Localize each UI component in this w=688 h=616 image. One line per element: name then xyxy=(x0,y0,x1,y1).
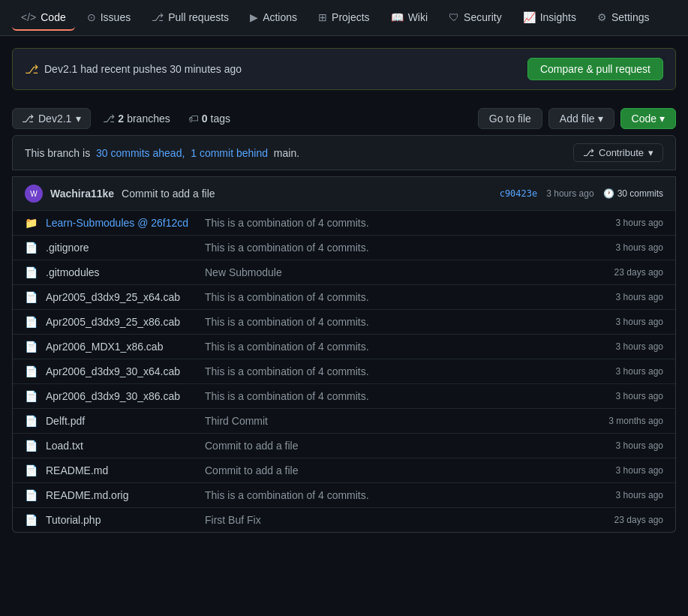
file-commit-message: Third Commit xyxy=(205,415,579,427)
code-icon: </> xyxy=(21,11,36,23)
file-icon: 📄 xyxy=(25,440,37,452)
branch-info-text: This branch is 30 commits ahead, 1 commi… xyxy=(25,147,299,159)
file-time: 3 hours ago xyxy=(588,465,663,476)
file-commit-message: This is a combination of 4 commits. xyxy=(205,242,579,254)
table-row: 📄Apr2006_d3dx9_30_x86.cabThis is a combi… xyxy=(13,383,675,408)
file-icon: 📄 xyxy=(25,316,37,328)
insights-icon: 📈 xyxy=(523,11,536,23)
file-name[interactable]: README.md.orig xyxy=(46,489,196,501)
add-file-button[interactable]: Add file ▾ xyxy=(548,108,614,129)
file-name[interactable]: Tutorial.php xyxy=(46,514,196,526)
file-time: 3 hours ago xyxy=(588,218,663,228)
file-table: W Wachira11ke Commit to add a file c9042… xyxy=(12,176,676,533)
nav-item-insights[interactable]: 📈 Insights xyxy=(514,5,585,31)
table-row: 📄Apr2005_d3dx9_25_x86.cabThis is a combi… xyxy=(13,309,675,334)
compare-pull-request-button[interactable]: Compare & pull request xyxy=(527,58,663,80)
folder-name[interactable]: Learn-Submodules @ 26f12cd xyxy=(46,217,196,229)
nav-item-issues[interactable]: ⊙ Issues xyxy=(78,5,140,31)
table-row: 📄Delft.pdfThird Commit3 months ago xyxy=(13,408,675,433)
file-commit-message: This is a combination of 4 commits. xyxy=(205,390,579,402)
behind-count: 1 commit behind xyxy=(191,147,268,159)
commit-author[interactable]: Wachira11ke xyxy=(50,188,114,200)
commits-count[interactable]: 🕐 30 commits xyxy=(603,188,663,199)
commit-meta: c90423e 3 hours ago 🕐 30 commits xyxy=(500,188,663,199)
settings-icon: ⚙ xyxy=(597,11,607,23)
file-icon: 📄 xyxy=(25,365,37,377)
commit-hash[interactable]: c90423e xyxy=(500,188,538,199)
ahead-count: 30 commits ahead, xyxy=(96,147,185,159)
file-icon: 📄 xyxy=(25,464,37,476)
go-to-file-button[interactable]: Go to file xyxy=(478,108,542,129)
file-commit-message: This is a combination of 4 commits. xyxy=(205,341,579,353)
nav-item-settings[interactable]: ⚙ Settings xyxy=(588,5,659,31)
file-time: 23 days ago xyxy=(588,515,663,525)
avatar: W xyxy=(25,185,43,203)
file-icon: 📄 xyxy=(25,489,37,501)
table-row: 📄Load.txtCommit to add a file3 hours ago xyxy=(13,433,675,458)
file-name[interactable]: .gitignore xyxy=(46,242,196,254)
nav-item-code[interactable]: </> Code xyxy=(12,5,75,31)
file-icon: 📄 xyxy=(25,341,37,353)
toolbar-right: Go to file Add file ▾ Code ▾ xyxy=(478,108,676,129)
branches-link[interactable]: ⎇ 2 branches xyxy=(97,109,176,128)
commit-header: W Wachira11ke Commit to add a file c9042… xyxy=(13,176,675,210)
file-name[interactable]: README.md xyxy=(46,464,196,476)
nav-item-actions[interactable]: ▶ Actions xyxy=(241,5,306,31)
file-time: 3 hours ago xyxy=(588,490,663,500)
table-row: 📄.gitmodulesNew Submodule23 days ago xyxy=(13,260,675,284)
table-row: 📄.gitignoreThis is a combination of 4 co… xyxy=(13,235,675,260)
file-time: 3 hours ago xyxy=(588,366,663,377)
chevron-down-icon: ▾ xyxy=(659,113,665,125)
contribute-icon: ⎇ xyxy=(583,147,594,158)
file-commit-message: This is a combination of 4 commits. xyxy=(205,291,579,303)
repo-toolbar: ⎇ Dev2.1 ▾ ⎇ 2 branches 🏷 0 tags Go to f… xyxy=(0,102,688,135)
wiki-icon: 📖 xyxy=(391,11,404,23)
file-name[interactable]: Load.txt xyxy=(46,440,196,452)
table-row: 📄Apr2006_MDX1_x86.cabThis is a combinati… xyxy=(13,334,675,359)
file-name[interactable]: Delft.pdf xyxy=(46,415,196,427)
pr-icon: ⎇ xyxy=(152,11,164,23)
file-icon: 📄 xyxy=(25,514,37,526)
actions-icon: ▶ xyxy=(250,11,258,23)
tag-icon: 🏷 xyxy=(188,113,199,125)
branch-selector[interactable]: ⎇ Dev2.1 ▾ xyxy=(12,108,91,129)
file-icon: 📄 xyxy=(25,291,37,303)
branches-icon: ⎇ xyxy=(103,113,115,125)
branch-selector-icon: ⎇ xyxy=(22,113,34,125)
table-row: 📄Apr2005_d3dx9_25_x64.cabThis is a combi… xyxy=(13,284,675,309)
table-row: 📄Apr2006_d3dx9_30_x64.cabThis is a combi… xyxy=(13,359,675,383)
file-commit-message: This is a combination of 4 commits. xyxy=(205,217,579,229)
tags-link[interactable]: 🏷 0 tags xyxy=(182,109,236,128)
history-icon: 🕐 xyxy=(603,188,614,199)
push-banner: ⎇ Dev2.1 had recent pushes 30 minutes ag… xyxy=(12,48,676,90)
code-button[interactable]: Code ▾ xyxy=(620,108,676,129)
nav-item-security[interactable]: 🛡 Security xyxy=(440,5,511,31)
file-name[interactable]: Apr2005_d3dx9_25_x64.cab xyxy=(46,291,196,303)
chevron-down-icon: ▾ xyxy=(648,147,653,158)
file-time: 3 hours ago xyxy=(588,440,663,451)
file-name[interactable]: Apr2006_d3dx9_30_x64.cab xyxy=(46,365,196,377)
file-time: 3 hours ago xyxy=(588,317,663,327)
nav-item-wiki[interactable]: 📖 Wiki xyxy=(382,5,437,31)
file-icon: 📄 xyxy=(25,242,37,254)
table-row: 📁Learn-Submodules @ 26f12cdThis is a com… xyxy=(13,210,675,235)
file-commit-message: Commit to add a file xyxy=(205,440,579,452)
table-row: 📄README.mdCommit to add a file3 hours ag… xyxy=(13,458,675,482)
file-name[interactable]: Apr2005_d3dx9_25_x86.cab xyxy=(46,316,196,328)
projects-icon: ⊞ xyxy=(318,11,327,23)
table-row: 📄README.md.origThis is a combination of … xyxy=(13,482,675,507)
file-commit-message: First Buf Fix xyxy=(205,514,579,526)
file-icon: 📄 xyxy=(25,415,37,427)
chevron-down-icon: ▾ xyxy=(76,113,81,125)
file-commit-message: This is a combination of 4 commits. xyxy=(205,489,579,501)
folder-icon: 📁 xyxy=(25,217,37,229)
file-name[interactable]: Apr2006_d3dx9_30_x86.cab xyxy=(46,390,196,402)
contribute-button[interactable]: ⎇ Contribute ▾ xyxy=(573,143,663,162)
file-name[interactable]: Apr2006_MDX1_x86.cab xyxy=(46,341,196,353)
commit-time: 3 hours ago xyxy=(546,188,593,199)
file-time: 23 days ago xyxy=(588,267,663,278)
file-name[interactable]: .gitmodules xyxy=(46,266,196,278)
nav-item-projects[interactable]: ⊞ Projects xyxy=(309,5,379,31)
file-commit-message: This is a combination of 4 commits. xyxy=(205,316,579,328)
nav-item-pull-requests[interactable]: ⎇ Pull requests xyxy=(143,5,238,31)
